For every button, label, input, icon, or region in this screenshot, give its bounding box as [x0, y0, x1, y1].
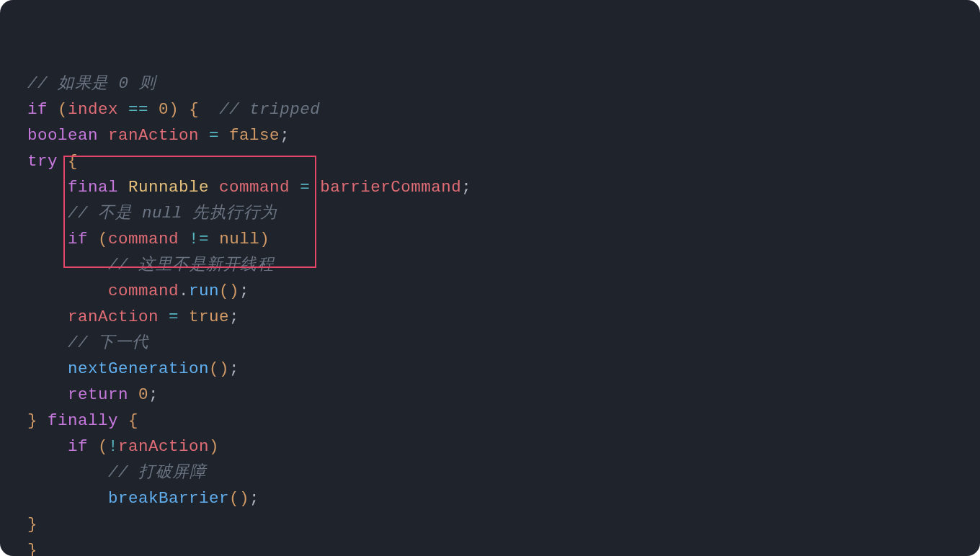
code-line: return 0;	[27, 382, 953, 408]
code-line: // 这里不是新开线程	[27, 252, 953, 278]
code-line: // 下一代	[27, 330, 953, 356]
code-content: // 如果是 0 则if (index == 0) { // trippedbo…	[27, 71, 953, 556]
code-line: if (index == 0) { // tripped	[27, 97, 953, 122]
code-line: // 如果是 0 则	[27, 71, 953, 97]
code-line: // 不是 null 先执行行为	[27, 200, 953, 226]
code-line: if (!ranAction)	[27, 434, 953, 459]
code-line: nextGeneration();	[27, 356, 953, 382]
code-line: } finally {	[27, 408, 953, 434]
code-line: try {	[27, 148, 953, 174]
code-line: breakBarrier();	[27, 485, 953, 511]
code-line: if (command != null)	[27, 226, 953, 252]
code-line: // 打破屏障	[27, 459, 953, 485]
code-line: ranAction = true;	[27, 304, 953, 330]
code-line: command.run();	[27, 278, 953, 304]
code-line: final Runnable command = barrierCommand;	[27, 174, 953, 200]
code-line: }	[27, 537, 953, 556]
code-line: }	[27, 511, 953, 537]
code-line: boolean ranAction = false;	[27, 122, 953, 148]
code-editor[interactable]: // 如果是 0 则if (index == 0) { // trippedbo…	[0, 0, 980, 556]
